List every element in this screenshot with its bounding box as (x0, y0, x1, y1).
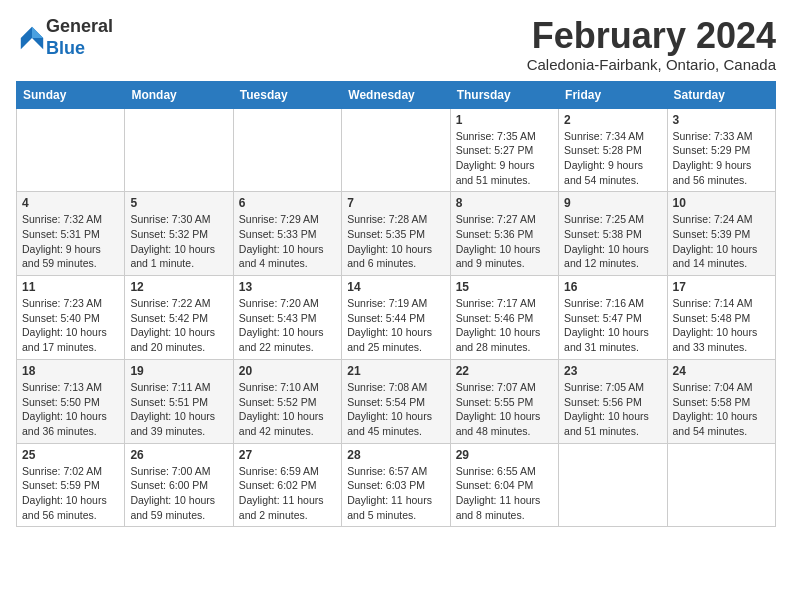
day-info: Sunrise: 7:25 AM Sunset: 5:38 PM Dayligh… (564, 212, 661, 271)
calendar-cell: 11Sunrise: 7:23 AM Sunset: 5:40 PM Dayli… (17, 276, 125, 360)
calendar-cell: 6Sunrise: 7:29 AM Sunset: 5:33 PM Daylig… (233, 192, 341, 276)
location: Caledonia-Fairbank, Ontario, Canada (527, 56, 776, 73)
day-number: 26 (130, 448, 227, 462)
day-info: Sunrise: 7:04 AM Sunset: 5:58 PM Dayligh… (673, 380, 770, 439)
day-number: 6 (239, 196, 336, 210)
week-row-3: 11Sunrise: 7:23 AM Sunset: 5:40 PM Dayli… (17, 276, 776, 360)
day-info: Sunrise: 7:07 AM Sunset: 5:55 PM Dayligh… (456, 380, 553, 439)
day-info: Sunrise: 7:05 AM Sunset: 5:56 PM Dayligh… (564, 380, 661, 439)
calendar-cell (342, 108, 450, 192)
day-info: Sunrise: 7:13 AM Sunset: 5:50 PM Dayligh… (22, 380, 119, 439)
calendar-cell: 23Sunrise: 7:05 AM Sunset: 5:56 PM Dayli… (559, 359, 667, 443)
day-info: Sunrise: 7:24 AM Sunset: 5:39 PM Dayligh… (673, 212, 770, 271)
day-number: 25 (22, 448, 119, 462)
day-number: 17 (673, 280, 770, 294)
day-info: Sunrise: 6:57 AM Sunset: 6:03 PM Dayligh… (347, 464, 444, 523)
week-row-4: 18Sunrise: 7:13 AM Sunset: 5:50 PM Dayli… (17, 359, 776, 443)
day-number: 16 (564, 280, 661, 294)
header-day-wednesday: Wednesday (342, 81, 450, 108)
day-number: 22 (456, 364, 553, 378)
header-day-friday: Friday (559, 81, 667, 108)
day-info: Sunrise: 7:33 AM Sunset: 5:29 PM Dayligh… (673, 129, 770, 188)
calendar-cell: 26Sunrise: 7:00 AM Sunset: 6:00 PM Dayli… (125, 443, 233, 527)
calendar-cell: 3Sunrise: 7:33 AM Sunset: 5:29 PM Daylig… (667, 108, 775, 192)
day-number: 29 (456, 448, 553, 462)
day-number: 12 (130, 280, 227, 294)
day-info: Sunrise: 7:10 AM Sunset: 5:52 PM Dayligh… (239, 380, 336, 439)
calendar-cell: 8Sunrise: 7:27 AM Sunset: 5:36 PM Daylig… (450, 192, 558, 276)
logo: General Blue (16, 16, 113, 59)
day-number: 11 (22, 280, 119, 294)
day-number: 14 (347, 280, 444, 294)
calendar-cell: 22Sunrise: 7:07 AM Sunset: 5:55 PM Dayli… (450, 359, 558, 443)
day-info: Sunrise: 7:34 AM Sunset: 5:28 PM Dayligh… (564, 129, 661, 188)
day-info: Sunrise: 7:20 AM Sunset: 5:43 PM Dayligh… (239, 296, 336, 355)
calendar-cell: 4Sunrise: 7:32 AM Sunset: 5:31 PM Daylig… (17, 192, 125, 276)
day-info: Sunrise: 7:27 AM Sunset: 5:36 PM Dayligh… (456, 212, 553, 271)
calendar-cell: 12Sunrise: 7:22 AM Sunset: 5:42 PM Dayli… (125, 276, 233, 360)
day-info: Sunrise: 7:02 AM Sunset: 5:59 PM Dayligh… (22, 464, 119, 523)
day-info: Sunrise: 7:29 AM Sunset: 5:33 PM Dayligh… (239, 212, 336, 271)
header-day-thursday: Thursday (450, 81, 558, 108)
day-number: 19 (130, 364, 227, 378)
calendar-cell: 17Sunrise: 7:14 AM Sunset: 5:48 PM Dayli… (667, 276, 775, 360)
day-number: 8 (456, 196, 553, 210)
day-info: Sunrise: 7:22 AM Sunset: 5:42 PM Dayligh… (130, 296, 227, 355)
header-day-saturday: Saturday (667, 81, 775, 108)
day-number: 24 (673, 364, 770, 378)
calendar-cell (17, 108, 125, 192)
day-number: 7 (347, 196, 444, 210)
day-number: 21 (347, 364, 444, 378)
calendar-cell: 9Sunrise: 7:25 AM Sunset: 5:38 PM Daylig… (559, 192, 667, 276)
day-info: Sunrise: 6:55 AM Sunset: 6:04 PM Dayligh… (456, 464, 553, 523)
calendar-cell: 18Sunrise: 7:13 AM Sunset: 5:50 PM Dayli… (17, 359, 125, 443)
page-header: General Blue February 2024 Caledonia-Fai… (16, 16, 776, 73)
day-number: 23 (564, 364, 661, 378)
logo-icon (18, 24, 46, 52)
calendar-cell: 13Sunrise: 7:20 AM Sunset: 5:43 PM Dayli… (233, 276, 341, 360)
calendar-cell: 2Sunrise: 7:34 AM Sunset: 5:28 PM Daylig… (559, 108, 667, 192)
week-row-5: 25Sunrise: 7:02 AM Sunset: 5:59 PM Dayli… (17, 443, 776, 527)
calendar-cell: 28Sunrise: 6:57 AM Sunset: 6:03 PM Dayli… (342, 443, 450, 527)
day-info: Sunrise: 7:35 AM Sunset: 5:27 PM Dayligh… (456, 129, 553, 188)
calendar-cell: 1Sunrise: 7:35 AM Sunset: 5:27 PM Daylig… (450, 108, 558, 192)
title-block: February 2024 Caledonia-Fairbank, Ontari… (527, 16, 776, 73)
logo-text: General Blue (46, 16, 113, 59)
day-number: 28 (347, 448, 444, 462)
day-info: Sunrise: 7:32 AM Sunset: 5:31 PM Dayligh… (22, 212, 119, 271)
calendar-cell: 24Sunrise: 7:04 AM Sunset: 5:58 PM Dayli… (667, 359, 775, 443)
calendar-cell: 15Sunrise: 7:17 AM Sunset: 5:46 PM Dayli… (450, 276, 558, 360)
week-row-1: 1Sunrise: 7:35 AM Sunset: 5:27 PM Daylig… (17, 108, 776, 192)
calendar-cell: 16Sunrise: 7:16 AM Sunset: 5:47 PM Dayli… (559, 276, 667, 360)
calendar-table: SundayMondayTuesdayWednesdayThursdayFrid… (16, 81, 776, 528)
calendar-cell: 19Sunrise: 7:11 AM Sunset: 5:51 PM Dayli… (125, 359, 233, 443)
day-number: 20 (239, 364, 336, 378)
day-info: Sunrise: 7:14 AM Sunset: 5:48 PM Dayligh… (673, 296, 770, 355)
header-day-tuesday: Tuesday (233, 81, 341, 108)
day-info: Sunrise: 7:16 AM Sunset: 5:47 PM Dayligh… (564, 296, 661, 355)
day-number: 2 (564, 113, 661, 127)
logo-blue: Blue (46, 38, 85, 58)
day-info: Sunrise: 7:28 AM Sunset: 5:35 PM Dayligh… (347, 212, 444, 271)
logo-general: General (46, 16, 113, 36)
calendar-header: SundayMondayTuesdayWednesdayThursdayFrid… (17, 81, 776, 108)
calendar-cell (233, 108, 341, 192)
day-info: Sunrise: 6:59 AM Sunset: 6:02 PM Dayligh… (239, 464, 336, 523)
header-row: SundayMondayTuesdayWednesdayThursdayFrid… (17, 81, 776, 108)
header-day-monday: Monday (125, 81, 233, 108)
day-number: 1 (456, 113, 553, 127)
calendar-cell (125, 108, 233, 192)
calendar-cell: 27Sunrise: 6:59 AM Sunset: 6:02 PM Dayli… (233, 443, 341, 527)
day-info: Sunrise: 7:00 AM Sunset: 6:00 PM Dayligh… (130, 464, 227, 523)
day-info: Sunrise: 7:19 AM Sunset: 5:44 PM Dayligh… (347, 296, 444, 355)
calendar-cell (559, 443, 667, 527)
day-info: Sunrise: 7:11 AM Sunset: 5:51 PM Dayligh… (130, 380, 227, 439)
month-title: February 2024 (527, 16, 776, 56)
calendar-cell: 10Sunrise: 7:24 AM Sunset: 5:39 PM Dayli… (667, 192, 775, 276)
calendar-cell: 5Sunrise: 7:30 AM Sunset: 5:32 PM Daylig… (125, 192, 233, 276)
day-number: 15 (456, 280, 553, 294)
day-info: Sunrise: 7:30 AM Sunset: 5:32 PM Dayligh… (130, 212, 227, 271)
calendar-cell: 25Sunrise: 7:02 AM Sunset: 5:59 PM Dayli… (17, 443, 125, 527)
header-day-sunday: Sunday (17, 81, 125, 108)
day-info: Sunrise: 7:23 AM Sunset: 5:40 PM Dayligh… (22, 296, 119, 355)
